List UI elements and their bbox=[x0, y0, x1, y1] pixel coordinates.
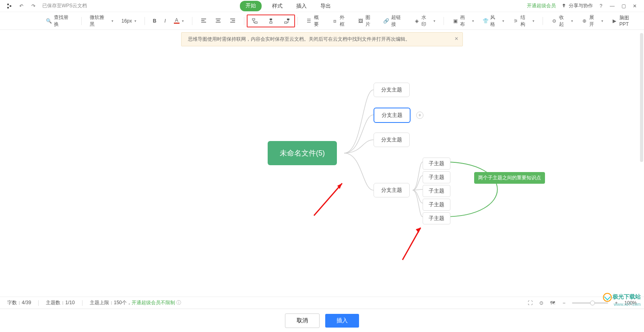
svg-line-8 bbox=[402, 228, 421, 260]
top-bar: ↶ ↷ 已保存至WPS云文档 开始 样式 插入 导出 开通超级会员 分享与协作 … bbox=[0, 0, 644, 12]
branch-node-4[interactable]: 分支主题 bbox=[374, 183, 410, 197]
notice-close-icon[interactable]: ✕ bbox=[454, 36, 458, 42]
zoom-out-icon[interactable]: − bbox=[561, 300, 567, 306]
minimize-icon[interactable]: — bbox=[609, 3, 615, 9]
highlighted-topic-group bbox=[247, 15, 295, 27]
bold-button[interactable]: B bbox=[151, 17, 159, 25]
insert-parent-topic-button[interactable] bbox=[281, 16, 293, 26]
ribbon-toolbar: 🔍查找替换 微软雅黑 16px B I A ☰概要 ⧈外框 🖼图片 🔗超链接 ◈… bbox=[0, 12, 644, 30]
sub-node-5[interactable]: 子主题 bbox=[423, 212, 450, 224]
edges-layer bbox=[0, 46, 644, 298]
watermark-button[interactable]: ◈水印 bbox=[411, 12, 438, 29]
fit-screen-icon[interactable]: ⛶ bbox=[527, 300, 533, 306]
italic-button[interactable]: I bbox=[162, 17, 168, 25]
sub-node-4[interactable]: 子主题 bbox=[423, 199, 450, 211]
style-button[interactable]: 👕风格 bbox=[480, 12, 507, 29]
guide-arrow-1 bbox=[310, 179, 350, 220]
annotation-node[interactable]: 两个子主题之间的重要知识点 bbox=[474, 172, 545, 184]
premium-link[interactable]: 开通超级会员 bbox=[527, 2, 556, 9]
sub-node-1[interactable]: 子主题 bbox=[423, 158, 450, 170]
sub-node-2[interactable]: 子主题 bbox=[423, 171, 450, 183]
structure-button[interactable]: ⚞结构 bbox=[510, 12, 537, 29]
status-topic-limit: 主题上限：150个，开通超级会员不限制 ⓘ bbox=[90, 299, 181, 306]
branch-node-3[interactable]: 分支主题 bbox=[374, 133, 410, 147]
mindmap-canvas[interactable]: 未命名文件(5) 分支主题 分支主题 分支主题 分支主题 + 子主题 子主题 子… bbox=[0, 46, 644, 298]
frame-icon: ⧈ bbox=[332, 18, 338, 24]
site-watermark: 极光下载站 www.xz7.com bbox=[603, 293, 641, 307]
branch-node-2[interactable]: 分支主题 bbox=[374, 108, 411, 123]
action-bar: 取消 插入 bbox=[0, 309, 644, 332]
notice-bar: 思维导图使用时需保持联网，内容会实时保存至云文档。关闭后可在云文档中找到文件并打… bbox=[181, 32, 463, 46]
center-icon[interactable]: ⊙ bbox=[538, 300, 545, 306]
frame-button[interactable]: ⧈外框 bbox=[329, 12, 352, 29]
branch-node-1[interactable]: 分支主题 bbox=[374, 83, 410, 97]
guide-arrow-2 bbox=[398, 224, 431, 264]
tab-start[interactable]: 开始 bbox=[240, 1, 262, 11]
insert-sibling-topic-button[interactable] bbox=[265, 16, 277, 26]
align-right-button[interactable] bbox=[227, 16, 238, 26]
sub-node-3[interactable]: 子主题 bbox=[423, 185, 450, 197]
font-color-button[interactable]: A bbox=[171, 16, 186, 25]
mindmap-ppt-button[interactable]: ▶脑图PPT bbox=[609, 13, 641, 29]
ppt-icon: ▶ bbox=[611, 18, 618, 24]
insert-button[interactable]: 插入 bbox=[325, 314, 359, 328]
watermark-icon: ◈ bbox=[413, 18, 420, 24]
expand-icon: ⊕ bbox=[581, 18, 588, 24]
collapse-button[interactable]: ⊖收起 bbox=[549, 12, 576, 29]
status-topic-count: 主题数：1/10 bbox=[46, 299, 74, 306]
maximize-icon[interactable]: ▢ bbox=[620, 3, 627, 9]
tab-insert[interactable]: 插入 bbox=[293, 1, 310, 11]
help-icon[interactable]: ? bbox=[598, 3, 604, 9]
notice-text: 思维导图使用时需保持联网，内容会实时保存至云文档。关闭后可在云文档中找到文件并打… bbox=[188, 36, 410, 43]
find-replace-button[interactable]: 🔍查找替换 bbox=[43, 12, 76, 29]
svg-rect-1 bbox=[255, 22, 257, 23]
root-node[interactable]: 未命名文件(5) bbox=[268, 141, 337, 165]
status-word-count: 字数：4/39 bbox=[7, 299, 31, 306]
image-button[interactable]: 🖼图片 bbox=[355, 12, 378, 29]
structure-icon: ⚞ bbox=[512, 18, 519, 24]
image-icon: 🖼 bbox=[357, 18, 364, 24]
cancel-button[interactable]: 取消 bbox=[285, 313, 320, 328]
align-center-button[interactable] bbox=[213, 16, 224, 26]
undo-icon[interactable]: ↶ bbox=[18, 3, 25, 9]
svg-rect-5 bbox=[287, 19, 289, 20]
app-logo-icon[interactable] bbox=[6, 3, 12, 9]
tab-export[interactable]: 导出 bbox=[317, 1, 334, 11]
redo-icon[interactable]: ↷ bbox=[30, 3, 37, 9]
font-size-select[interactable]: 16px bbox=[119, 17, 139, 25]
tab-style[interactable]: 样式 bbox=[269, 1, 286, 11]
canvas-icon: ▣ bbox=[452, 18, 458, 24]
font-family-select[interactable]: 微软雅黑 bbox=[87, 12, 116, 29]
scrollbar-vertical[interactable] bbox=[640, 33, 643, 162]
close-icon[interactable]: ✕ bbox=[632, 3, 638, 9]
link-icon: 🔗 bbox=[383, 18, 390, 24]
map-view-icon[interactable]: 🗺 bbox=[549, 300, 556, 306]
svg-line-6 bbox=[314, 183, 342, 216]
unlimited-link[interactable]: 开通超级会员不限制 bbox=[132, 300, 175, 305]
hyperlink-button[interactable]: 🔗超链接 bbox=[381, 12, 408, 29]
share-button[interactable]: 分享与协作 bbox=[561, 2, 593, 9]
collapse-icon: ⊖ bbox=[551, 18, 557, 24]
svg-rect-0 bbox=[252, 19, 255, 20]
svg-rect-3 bbox=[270, 22, 272, 23]
outline-icon: ☰ bbox=[306, 18, 312, 24]
style-icon: 👕 bbox=[482, 18, 489, 24]
expand-button[interactable]: ⊕展开 bbox=[579, 12, 606, 29]
search-icon: 🔍 bbox=[46, 18, 52, 24]
svg-rect-2 bbox=[270, 19, 272, 20]
svg-rect-4 bbox=[285, 22, 287, 23]
align-left-button[interactable] bbox=[198, 16, 209, 26]
outline-button[interactable]: ☰概要 bbox=[303, 12, 326, 29]
svg-marker-9 bbox=[416, 228, 421, 233]
add-child-icon[interactable]: + bbox=[416, 112, 423, 119]
insert-child-topic-button[interactable] bbox=[249, 16, 260, 26]
main-tabs: 开始 样式 插入 导出 bbox=[52, 1, 521, 11]
status-bar: 字数：4/39 主题数：1/10 主题上限：150个，开通超级会员不限制 ⓘ ⛶… bbox=[0, 297, 644, 309]
canvas-button[interactable]: ▣画布 bbox=[450, 12, 477, 29]
